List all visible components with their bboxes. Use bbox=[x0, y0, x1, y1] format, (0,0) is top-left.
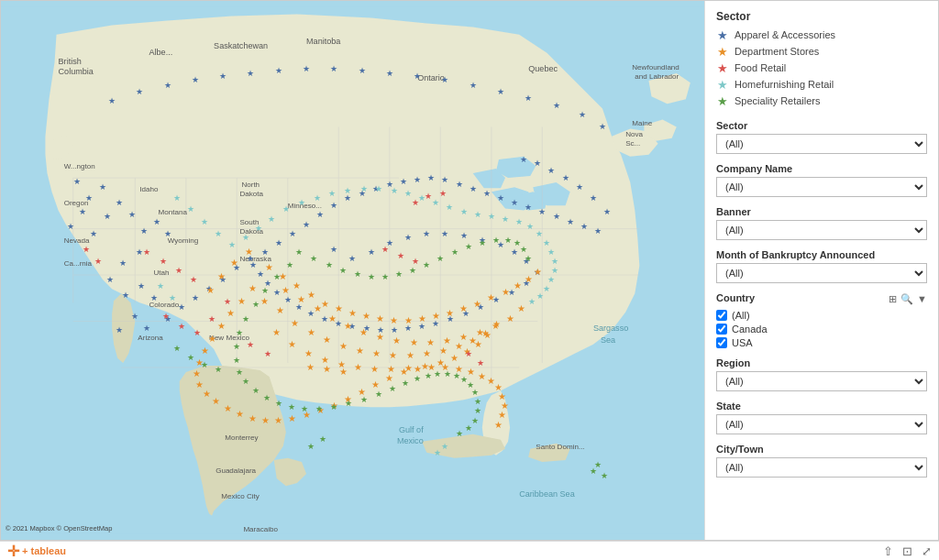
svg-text:★: ★ bbox=[567, 217, 574, 226]
svg-text:★: ★ bbox=[547, 247, 555, 257]
svg-text:★: ★ bbox=[432, 311, 440, 321]
svg-text:★: ★ bbox=[169, 293, 176, 302]
svg-text:★: ★ bbox=[265, 262, 273, 272]
sector-filter: Sector (All) bbox=[716, 120, 927, 154]
svg-text:★: ★ bbox=[551, 266, 558, 275]
svg-text:Sargasso: Sargasso bbox=[593, 324, 628, 333]
svg-text:★: ★ bbox=[590, 193, 597, 203]
svg-text:★: ★ bbox=[284, 295, 292, 304]
svg-text:★: ★ bbox=[119, 258, 127, 268]
sector-filter-label: Sector bbox=[716, 120, 927, 131]
svg-text:★: ★ bbox=[372, 348, 381, 358]
svg-text:★: ★ bbox=[451, 247, 458, 257]
sector-select[interactable]: (All) bbox=[716, 134, 927, 154]
svg-text:★: ★ bbox=[504, 236, 512, 245]
svg-text:★: ★ bbox=[219, 71, 226, 81]
svg-text:★: ★ bbox=[444, 369, 451, 379]
svg-text:★: ★ bbox=[150, 293, 158, 302]
country-all-checkbox[interactable] bbox=[716, 310, 727, 321]
svg-text:★: ★ bbox=[215, 365, 222, 374]
svg-text:Wyoming: Wyoming bbox=[168, 236, 199, 245]
svg-text:★: ★ bbox=[483, 330, 492, 340]
svg-text:★: ★ bbox=[400, 367, 408, 377]
svg-text:★: ★ bbox=[397, 251, 404, 260]
banner-filter: Banner (All) bbox=[716, 206, 927, 240]
svg-text:Utah: Utah bbox=[154, 269, 170, 277]
svg-text:★: ★ bbox=[190, 275, 197, 284]
svg-text:★: ★ bbox=[217, 271, 226, 281]
svg-text:★: ★ bbox=[224, 297, 231, 306]
svg-text:★: ★ bbox=[295, 247, 303, 257]
svg-text:★: ★ bbox=[389, 350, 397, 360]
fullscreen-icon[interactable]: ⤢ bbox=[922, 544, 932, 558]
svg-text:★: ★ bbox=[303, 220, 310, 229]
svg-text:★: ★ bbox=[255, 224, 262, 233]
country-filter-icons: ⊞ 🔍 ▼ bbox=[889, 293, 927, 305]
svg-text:★: ★ bbox=[492, 236, 500, 245]
svg-text:★: ★ bbox=[368, 272, 375, 281]
state-select[interactable]: (All) bbox=[716, 414, 927, 434]
month-select[interactable]: (All) bbox=[716, 263, 927, 283]
svg-text:★: ★ bbox=[314, 303, 322, 313]
svg-text:★: ★ bbox=[275, 399, 282, 408]
region-select[interactable]: (All) bbox=[716, 371, 927, 391]
svg-text:★: ★ bbox=[370, 364, 379, 374]
svg-text:★: ★ bbox=[425, 192, 432, 201]
svg-text:★: ★ bbox=[543, 238, 550, 247]
svg-text:★: ★ bbox=[178, 302, 185, 312]
filter-search-icon[interactable]: 🔍 bbox=[900, 293, 913, 305]
svg-text:★: ★ bbox=[187, 353, 194, 362]
svg-text:Albe...: Albe... bbox=[149, 48, 172, 57]
svg-text:★: ★ bbox=[128, 210, 136, 219]
share-icon[interactable]: ⇧ bbox=[883, 544, 893, 558]
svg-text:★: ★ bbox=[289, 229, 296, 238]
svg-text:★: ★ bbox=[547, 275, 555, 284]
food-star-icon: ★ bbox=[716, 61, 729, 74]
svg-text:★: ★ bbox=[330, 245, 337, 254]
svg-text:★: ★ bbox=[360, 395, 368, 404]
svg-text:★: ★ bbox=[104, 212, 111, 221]
svg-text:★: ★ bbox=[470, 184, 477, 193]
filter-sort-icon[interactable]: ⊞ bbox=[889, 293, 897, 305]
svg-text:★: ★ bbox=[228, 240, 236, 249]
svg-text:★: ★ bbox=[85, 193, 93, 203]
svg-text:★: ★ bbox=[282, 204, 290, 214]
svg-text:★: ★ bbox=[247, 340, 254, 349]
svg-text:★: ★ bbox=[193, 328, 201, 337]
svg-text:Nova: Nova bbox=[625, 130, 643, 138]
svg-text:★: ★ bbox=[323, 335, 331, 345]
banner-select[interactable]: (All) bbox=[716, 220, 927, 240]
svg-text:★: ★ bbox=[410, 337, 418, 347]
city-select[interactable]: (All) bbox=[716, 457, 927, 478]
svg-text:★: ★ bbox=[164, 81, 171, 90]
svg-text:★: ★ bbox=[192, 293, 199, 302]
svg-text:★: ★ bbox=[599, 122, 606, 131]
country-canada-checkbox[interactable] bbox=[716, 324, 727, 335]
svg-text:★: ★ bbox=[268, 214, 275, 224]
region-filter-label: Region bbox=[716, 357, 927, 368]
svg-text:★: ★ bbox=[201, 346, 209, 356]
download-icon[interactable]: ⊡ bbox=[902, 544, 912, 558]
svg-text:★: ★ bbox=[553, 212, 560, 221]
svg-text:★: ★ bbox=[94, 257, 102, 266]
map-container[interactable]: British Columbia Albe... Saskatchewan Ma… bbox=[1, 1, 704, 540]
country-usa-checkbox[interactable] bbox=[716, 337, 727, 348]
svg-text:★: ★ bbox=[339, 341, 348, 351]
company-select[interactable]: (All) bbox=[716, 177, 927, 197]
tableau-brand: ✛ + tableau bbox=[7, 543, 66, 560]
svg-text:★: ★ bbox=[502, 214, 509, 224]
filter-menu-icon[interactable]: ▼ bbox=[917, 293, 927, 305]
svg-text:★: ★ bbox=[400, 177, 407, 186]
svg-text:Caribbean Sea: Caribbean Sea bbox=[519, 489, 576, 499]
legend-item-homefurnishing: ★ Homefurnishing Retail bbox=[716, 78, 927, 91]
svg-text:★: ★ bbox=[275, 66, 282, 75]
svg-text:★: ★ bbox=[233, 342, 240, 351]
svg-text:★: ★ bbox=[471, 416, 479, 425]
month-filter-label: Month of Bankruptcy Announced bbox=[716, 249, 927, 260]
svg-text:British: British bbox=[59, 57, 82, 66]
svg-text:★: ★ bbox=[439, 189, 447, 198]
svg-text:★: ★ bbox=[402, 379, 409, 388]
svg-text:★: ★ bbox=[471, 388, 479, 397]
svg-text:★: ★ bbox=[474, 406, 481, 415]
svg-text:★: ★ bbox=[288, 402, 295, 412]
